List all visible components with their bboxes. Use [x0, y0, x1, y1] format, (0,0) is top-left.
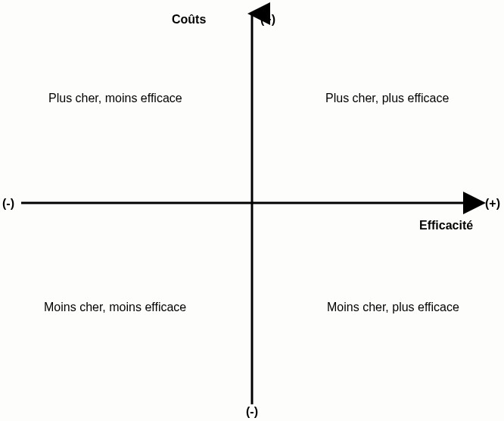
quadrant-bottom-left: Moins cher, moins efficace	[44, 301, 186, 313]
y-axis-minus: (-)	[246, 406, 258, 418]
quadrant-top-right: Plus cher, plus efficace	[325, 92, 449, 104]
x-axis-minus: (-)	[2, 198, 14, 210]
x-axis-label: Efficacité	[419, 220, 473, 232]
quadrant-bottom-right: Moins cher, plus efficace	[327, 301, 459, 313]
quadrant-top-left: Plus cher, moins efficace	[48, 92, 182, 104]
axes-svg	[0, 0, 504, 421]
y-axis-label: Coûts	[172, 14, 206, 26]
quadrant-diagram: Coûts (+) (-) (-) (+) Efficacité Plus ch…	[0, 0, 504, 421]
y-axis-plus: (+)	[260, 14, 275, 26]
x-axis-plus: (+)	[485, 198, 500, 210]
